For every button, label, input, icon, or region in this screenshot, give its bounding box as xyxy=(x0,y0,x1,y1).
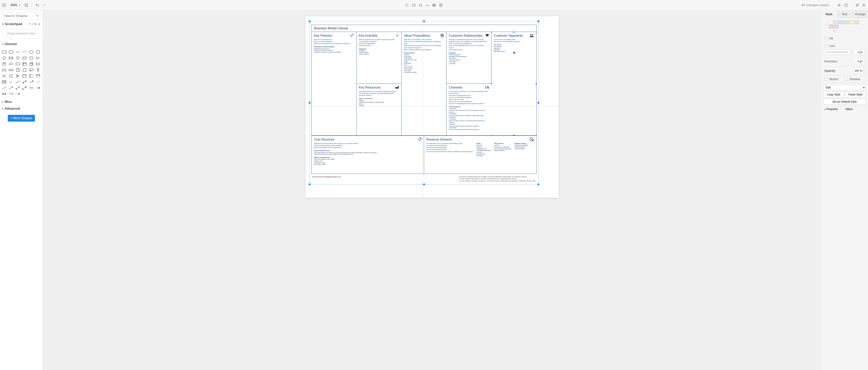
shape-note[interactable] xyxy=(15,67,21,72)
shape-hexagon[interactable] xyxy=(28,55,34,61)
cell-cost-structure[interactable]: Cost Structure What are the most importa… xyxy=(312,136,424,174)
prev-palette[interactable]: ‹ xyxy=(824,23,827,27)
fill-checkbox[interactable] xyxy=(824,37,827,40)
zoom-select[interactable]: 50% xyxy=(9,2,22,8)
shape-text[interactable]: Text xyxy=(15,50,21,55)
swatch-blue[interactable] xyxy=(839,21,843,24)
shape-trapezoid[interactable] xyxy=(1,67,7,72)
cell-value-propositions[interactable]: Value Propositions What value do we deli… xyxy=(402,32,446,135)
comments-button[interactable] xyxy=(844,3,848,7)
share-button[interactable] xyxy=(837,3,841,7)
bmc-title[interactable]: Business Model Canvas xyxy=(311,25,537,32)
help-icon[interactable]: ? xyxy=(29,23,30,26)
shape-arrow-out[interactable] xyxy=(8,85,14,91)
cell-channels[interactable]: Channels Through which Channels do our C… xyxy=(446,84,491,135)
shape-square[interactable] xyxy=(35,50,41,55)
edit-select[interactable]: Edit xyxy=(824,85,866,90)
format-panel-toggle[interactable] xyxy=(855,3,859,7)
more-shapes-button[interactable]: + More Shapes xyxy=(8,115,35,122)
copy-style-button[interactable]: Copy Style xyxy=(824,92,844,97)
next-palette[interactable]: › xyxy=(862,23,866,27)
swatch-red[interactable] xyxy=(829,25,833,29)
shape-arrow[interactable] xyxy=(28,79,34,85)
shape-link3[interactable] xyxy=(1,91,7,96)
shape-circle[interactable] xyxy=(1,55,7,61)
shape-list[interactable] xyxy=(1,79,7,85)
swatch-gray[interactable] xyxy=(834,21,838,24)
section-general[interactable]: General xyxy=(0,41,43,48)
tab-text[interactable]: Text xyxy=(837,10,852,18)
shape-data-storage[interactable] xyxy=(8,73,14,79)
shape-document[interactable] xyxy=(15,61,21,67)
shadow-checkbox[interactable] xyxy=(845,78,847,81)
canvas[interactable]: Business Model Canvas Key Partners Who a… xyxy=(43,10,821,370)
cell-key-resources[interactable]: Key Resources What Key Resources do our … xyxy=(356,84,402,135)
tab-arrange[interactable]: Arrange xyxy=(852,10,868,18)
cell-key-activities[interactable]: Key Activities What Key Activities do ou… xyxy=(356,32,402,84)
cell-key-partners[interactable]: Key Partners Who are our Key Partners? W… xyxy=(312,32,357,135)
scratchpad-drop-zone[interactable]: Drag elements here xyxy=(2,29,40,38)
add-icon[interactable]: + xyxy=(31,23,33,26)
shape-swimlane-h[interactable] xyxy=(35,73,41,79)
shape-triangle[interactable] xyxy=(35,55,41,61)
shape-curve[interactable] xyxy=(15,79,21,85)
swatch-none[interactable] xyxy=(829,21,833,24)
section-misc[interactable]: Misc xyxy=(0,98,43,105)
freehand-tool[interactable] xyxy=(425,3,429,7)
shape-line[interactable] xyxy=(1,85,7,91)
shape-container[interactable] xyxy=(22,73,28,79)
swatch-yellow[interactable] xyxy=(849,21,854,24)
shape-process[interactable] xyxy=(8,55,14,61)
line-style-select[interactable] xyxy=(824,50,852,55)
paste-style-button[interactable]: Paste Style xyxy=(845,92,866,97)
redo-button[interactable] xyxy=(42,3,46,7)
sketch-checkbox[interactable] xyxy=(824,78,827,81)
add-shape-button[interactable] xyxy=(439,3,443,7)
shape-diamond[interactable] xyxy=(15,55,21,61)
shape-callout[interactable] xyxy=(28,67,34,72)
shape-or[interactable] xyxy=(1,73,7,79)
swatch-green[interactable] xyxy=(844,21,849,24)
rectangle-tool[interactable] xyxy=(411,3,416,7)
text-box-tool[interactable] xyxy=(405,3,409,7)
shape-link5[interactable] xyxy=(15,91,21,96)
cell-customer-relationships[interactable]: Customer Relationships What type of rela… xyxy=(446,32,491,84)
shape-arrow-out2[interactable] xyxy=(15,85,21,91)
shape-arrow-bi[interactable] xyxy=(22,79,28,85)
shape-xor[interactable] xyxy=(15,73,21,79)
ellipse-tool[interactable] xyxy=(418,3,423,7)
shape-cylinder[interactable] xyxy=(1,61,7,67)
shape-ellipse[interactable] xyxy=(28,50,34,55)
toggle-sidebar-button[interactable] xyxy=(2,3,6,7)
cell-revenue-streams[interactable]: Revenue Streams For what value are our c… xyxy=(424,136,536,174)
tab-style[interactable]: Style xyxy=(821,10,837,18)
shape-rounded[interactable] xyxy=(8,50,14,55)
shape-card[interactable] xyxy=(22,67,28,72)
shape-internal-storage[interactable] xyxy=(22,61,28,67)
edit-icon[interactable]: ✎ xyxy=(34,23,37,26)
shape-list-item[interactable]: ListItem xyxy=(8,79,14,85)
theme-button[interactable] xyxy=(862,3,866,7)
shape-rect[interactable] xyxy=(1,50,7,55)
shape-step[interactable] xyxy=(35,61,41,67)
shape-parallelogram[interactable] xyxy=(22,55,28,61)
shape-heading[interactable]: Heading— xyxy=(22,50,28,55)
search-input[interactable] xyxy=(2,12,41,20)
shape-cube[interactable] xyxy=(28,61,34,67)
shape-tape[interactable] xyxy=(8,67,14,72)
scratchpad-header[interactable]: ▾ Scratchpad ? + ✎ ✕ xyxy=(0,21,43,28)
swatch-orange[interactable] xyxy=(855,21,859,24)
close-icon[interactable]: ✕ xyxy=(38,23,40,26)
shape-link4[interactable] xyxy=(8,91,14,96)
table-tool[interactable] xyxy=(432,3,436,7)
shape-link[interactable] xyxy=(28,85,34,91)
shape-cloud[interactable] xyxy=(8,61,14,67)
shape-dashed[interactable] xyxy=(35,79,41,85)
shape-link2[interactable] xyxy=(35,85,41,91)
zoom-add-button[interactable] xyxy=(24,3,29,7)
shape-actor[interactable] xyxy=(35,67,41,72)
shape-connector[interactable] xyxy=(22,85,28,91)
shape-swimlane-v[interactable] xyxy=(28,73,34,79)
swatch-purple[interactable] xyxy=(834,25,838,29)
set-default-button[interactable]: Set as Default Style xyxy=(824,99,866,104)
